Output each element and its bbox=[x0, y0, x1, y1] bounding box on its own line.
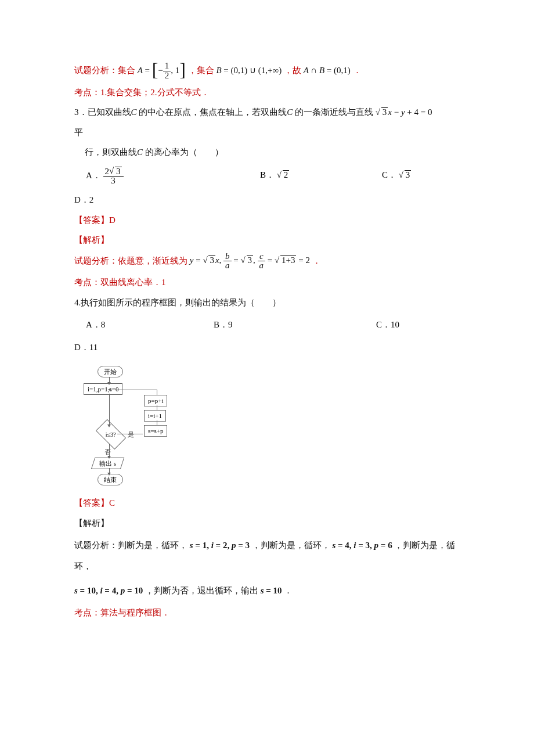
q4-answer: 【答案】C bbox=[74, 495, 470, 512]
text: ． bbox=[353, 66, 362, 75]
flowchart: 开始 i=1,p=1,s=0 i≤3? 输出 s 结束 p=p+i i=i+1 … bbox=[79, 366, 183, 488]
q2-analysis: 试题分析：集合 A = [−12, 1] ，集合 B = (0,1) ∪ (1,… bbox=[74, 62, 470, 81]
fc-edge bbox=[109, 377, 110, 383]
q3-analysis: 试题分析：依题意，渐近线为 y = 3x, ba = 3, ca = 1+3 =… bbox=[74, 252, 470, 271]
option-label: C． bbox=[382, 170, 396, 179]
math-analysis: y = 3x, ba = 3, ca = 1+3 = 2 bbox=[190, 255, 312, 265]
option-c: C． 3 bbox=[382, 167, 452, 186]
fc-step3: s=s+p bbox=[144, 425, 167, 437]
option-value: 23 3 bbox=[103, 167, 124, 186]
fc-output: 输出 s bbox=[91, 458, 125, 469]
flowchart-figure: 开始 i=1,p=1,s=0 i≤3? 输出 s 结束 p=p+i i=i+1 … bbox=[79, 366, 470, 488]
sym-C: C bbox=[287, 107, 293, 117]
q4-jiexi-label: 【解析】 bbox=[74, 515, 470, 532]
text: ，故 bbox=[284, 66, 304, 75]
fc-edge bbox=[157, 405, 157, 410]
q4-analysis: 试题分析：判断为是，循环， s = 1, i = 2, p = 3 ，判断为是，… bbox=[74, 535, 470, 577]
math-set-a: A = [−12, 1] bbox=[138, 66, 188, 75]
math-loop2: s = 4, i = 3, p = 6 bbox=[332, 541, 392, 550]
q3-answer: 【答案】D bbox=[74, 212, 470, 229]
fc-decision: i≤3? bbox=[96, 419, 126, 449]
option-value: 3 bbox=[399, 170, 412, 179]
text: 试题分析：集合 bbox=[74, 66, 138, 75]
text: 试题分析：依题意，渐近线为 bbox=[74, 255, 190, 265]
fc-edge bbox=[157, 390, 157, 395]
fc-step1: p=p+i bbox=[144, 395, 167, 406]
math-loop1: s = 1, i = 2, p = 3 bbox=[190, 541, 250, 550]
q3-stem-line1: 3．已知双曲线C 的中心在原点，焦点在轴上，若双曲线C 的一条渐近线与直线 3x… bbox=[74, 104, 470, 121]
q3-stem-line2: 行，则双曲线C 的离心率为（ ） bbox=[74, 144, 470, 161]
text: ，集合 bbox=[188, 66, 217, 75]
math-set-b: B = (0,1) ∪ (1,+∞) bbox=[216, 66, 282, 75]
option-label: A． bbox=[86, 171, 101, 180]
fc-edge bbox=[109, 468, 110, 473]
fc-edge bbox=[109, 394, 110, 425]
text: 3．已知双曲线 bbox=[74, 107, 131, 117]
text: ，判断为是，循环， bbox=[252, 541, 330, 550]
option-c: C．10 bbox=[376, 316, 399, 333]
fc-end: 结束 bbox=[98, 474, 123, 485]
sym-C: C bbox=[131, 107, 137, 117]
text: 的中心在原点，焦点在轴上，若双曲线 bbox=[139, 107, 287, 117]
math-line-eq: 3x − y + 4 = 0 bbox=[376, 107, 432, 117]
math-loop3: s = 10, i = 4, p = 10 bbox=[74, 586, 143, 595]
option-d: D．2 bbox=[74, 192, 470, 208]
text: ． bbox=[284, 586, 293, 595]
text: 的一条渐近线与直线 bbox=[295, 107, 373, 117]
text: 行，则双曲线 bbox=[85, 147, 137, 157]
option-b: B．9 bbox=[214, 316, 376, 333]
q3-jiexi-label: 【解析】 bbox=[74, 232, 470, 249]
fc-start: 开始 bbox=[98, 366, 123, 377]
q2-kaodian: 考点：1.集合交集；2.分式不等式． bbox=[74, 84, 470, 101]
option-label: B． bbox=[260, 170, 275, 179]
text: ，判断为否，退出循环，输出 bbox=[145, 586, 258, 595]
fc-edge bbox=[117, 434, 143, 434]
text: ． bbox=[312, 255, 321, 265]
q4-analysis-cont: s = 10, i = 4, p = 10 ，判断为否，退出循环，输出 s = … bbox=[74, 580, 470, 601]
q4-stem: 4.执行如图所示的程序框图，则输出的结果为（ ） bbox=[74, 294, 470, 311]
fc-edge bbox=[109, 444, 110, 456]
q3-stem-line2a: 平 bbox=[74, 124, 470, 141]
sym-C: C bbox=[137, 147, 143, 157]
q4-options: A．8 B．9 C．10 bbox=[86, 316, 470, 333]
text: 的离心率为（ ） bbox=[145, 147, 223, 157]
option-a: A． 23 3 bbox=[86, 167, 260, 186]
option-d: D．11 bbox=[74, 339, 470, 356]
q3-options: A． 23 3 B． 2 C． 3 bbox=[86, 167, 470, 186]
math-final: s = 10 bbox=[261, 586, 282, 595]
fc-edge bbox=[110, 390, 157, 390]
text: 试题分析：判断为是，循环， bbox=[74, 541, 187, 550]
math-a-int-b: A ∩ B = (0,1) bbox=[304, 66, 351, 75]
fc-step2: i=i+1 bbox=[144, 410, 166, 422]
q3-kaodian: 考点：双曲线离心率．1 bbox=[74, 274, 470, 291]
option-b: B． 2 bbox=[260, 167, 382, 186]
option-value: 2 bbox=[277, 170, 290, 179]
option-a: A．8 bbox=[86, 316, 214, 333]
fc-yes-label: 是 bbox=[128, 429, 134, 441]
document-page: 试题分析：集合 A = [−12, 1] ，集合 B = (0,1) ∪ (1,… bbox=[0, 0, 534, 660]
fc-edge bbox=[157, 420, 157, 425]
q4-kaodian: 考点：算法与程序框图． bbox=[74, 604, 470, 621]
